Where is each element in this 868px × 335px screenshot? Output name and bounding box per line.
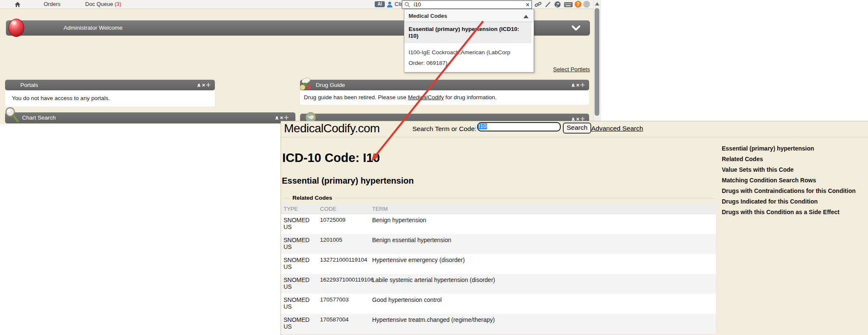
- cell-term: Labile systemic arterial hypertension (d…: [370, 274, 716, 294]
- cell-term: Good hypertension control: [370, 294, 716, 314]
- sidebar-nav-item[interactable]: Matching Condition Search Rows: [716, 175, 868, 186]
- dropdown-result-item[interactable]: Essential (primary) hypertension (ICD10:…: [404, 22, 531, 43]
- cell-term: Benign hypertension: [370, 214, 716, 234]
- sidebar-nav-item[interactable]: Essential (primary) hypertension: [716, 143, 868, 154]
- portlet-header-drug-guide[interactable]: Drug Guide ∧×✛: [300, 80, 589, 90]
- section-nav-sidebar: Essential (primary) hypertension Related…: [716, 143, 868, 218]
- scrollbar-up-arrow-icon[interactable]: [595, 2, 599, 6]
- cell-code: 1201005: [317, 234, 370, 254]
- magic-wand-icon[interactable]: [544, 1, 551, 8]
- col-code: CODE: [317, 204, 370, 214]
- table-row: SNOMED US 16229371000119106 Labile syste…: [281, 274, 716, 294]
- doc-queue-count: (3): [114, 1, 121, 7]
- dropdown-item-list: Essential (primary) hypertension (ICD10:…: [404, 22, 534, 72]
- table-row: SNOMED US 170587004 Hypertensive treatm.…: [281, 314, 716, 334]
- dropdown-result-item[interactable]: I100-IgE Cockroach,American (LabCorp Ord…: [404, 43, 531, 72]
- chart-search-magnifier-icon: [3, 106, 21, 124]
- pills-icon: [299, 77, 314, 91]
- portals-message: You do not have access to any portals.: [12, 95, 110, 101]
- portlet-body-drug-guide: Drug guide has been retired. Please use …: [300, 90, 589, 105]
- sidebar-nav-item[interactable]: Value Sets with this Code: [716, 165, 868, 175]
- dropdown-category-header: Medical Codes: [404, 9, 534, 22]
- cell-type: SNOMED US: [281, 294, 317, 314]
- table-row: SNOMED US 1201005 Benign essential hyper…: [281, 234, 716, 254]
- cell-type: SNOMED US: [281, 254, 317, 274]
- portlet-controls: ∧×✛: [571, 80, 586, 90]
- cell-term: Hypertensive emergency (disorder): [370, 254, 716, 274]
- move-icon[interactable]: ✛: [284, 114, 289, 121]
- help-icon[interactable]: ?: [575, 1, 581, 8]
- home-icon[interactable]: [14, 1, 21, 8]
- medicalcodify-header: MedicalCodify.com Search Term or Code: I…: [281, 121, 868, 137]
- medicalcodify-link[interactable]: MedicalCodify: [408, 94, 444, 100]
- search-term-label: Search Term or Code:: [412, 125, 476, 133]
- advanced-search-link[interactable]: Advanced Search: [591, 125, 643, 132]
- chevron-down-icon[interactable]: [571, 25, 581, 31]
- collapse-icon[interactable]: ∧: [275, 114, 280, 121]
- cell-code: 170577003: [317, 294, 370, 314]
- site-title: MedicalCodify.com: [284, 122, 380, 135]
- collapse-icon[interactable]: ∧: [197, 82, 202, 88]
- user-icon[interactable]: [386, 1, 393, 8]
- condition-subheading: Essential (primary) hypertension: [282, 176, 414, 186]
- search-results-dropdown: Medical Codes Essential (primary) hypert…: [404, 9, 534, 73]
- related-codes-section-title: Related Codes: [290, 195, 334, 201]
- top-toolbar: Orders Doc Queue (3) AI Clin i10 ×: [0, 0, 593, 9]
- sphere-highlight: [11, 21, 17, 25]
- fieldset-divider: [282, 198, 715, 198]
- collapse-icon[interactable]: ∧: [571, 82, 576, 88]
- user-name-label[interactable]: Clin: [395, 0, 402, 8]
- move-icon[interactable]: ✛: [206, 82, 211, 88]
- collapse-triangle-icon[interactable]: [523, 15, 529, 18]
- close-icon[interactable]: ×: [202, 82, 206, 88]
- link-icon[interactable]: [534, 1, 542, 8]
- drug-guide-message: Drug guide has been retired. Please use …: [304, 94, 497, 100]
- table-body: SNOMED US 10725009 Benign hypertension S…: [281, 214, 716, 334]
- table-header-row: TYPE CODE TERM: [281, 204, 716, 214]
- portlet-title: Chart Search: [22, 112, 56, 123]
- table-row: SNOMED US 170577003 Good hypertension co…: [281, 294, 716, 314]
- global-search-box[interactable]: i10 ×: [402, 0, 532, 9]
- scrollbar-thumb[interactable]: [595, 8, 599, 116]
- cell-term: Benign essential hypertension: [370, 234, 716, 254]
- table-row: SNOMED US 10725009 Benign hypertension: [281, 214, 716, 234]
- col-term: TERM: [370, 204, 716, 214]
- close-icon[interactable]: ×: [280, 114, 284, 121]
- search-icon: [404, 2, 410, 8]
- welcome-title: Administrator Welcome: [64, 20, 122, 36]
- cell-type: SNOMED US: [281, 274, 317, 294]
- cell-type: SNOMED US: [281, 234, 317, 254]
- globe-icon[interactable]: [554, 1, 561, 8]
- select-portlets-anchor[interactable]: Select Portlets: [553, 66, 590, 73]
- menu-doc-queue[interactable]: Doc Queue (3): [85, 0, 121, 8]
- search-button[interactable]: Search: [563, 123, 591, 134]
- table-row: SNOMED US 132721000119104 Hypertensive e…: [281, 254, 716, 274]
- close-icon[interactable]: ×: [576, 82, 581, 88]
- sidebar-nav-item[interactable]: Drugs with this Condition as a Side Effe…: [716, 207, 868, 218]
- clear-search-icon[interactable]: ×: [526, 1, 529, 8]
- related-codes-table: TYPE CODE TERM SNOMED US 10725009 Benign…: [281, 204, 716, 334]
- medicalcodify-window: MedicalCodify.com Search Term or Code: I…: [281, 121, 868, 335]
- cell-type: SNOMED US: [281, 214, 317, 234]
- sidebar-nav-item[interactable]: Drugs Indicated for this Condition: [716, 196, 868, 207]
- col-type: TYPE: [281, 204, 317, 214]
- ai-badge[interactable]: AI: [375, 1, 385, 7]
- cell-code: 132721000119104: [317, 254, 370, 274]
- portlet-body-portals: You do not have access to any portals.: [5, 90, 215, 106]
- portlet-controls: ∧×✛: [197, 80, 211, 90]
- sidebar-nav-item[interactable]: Related Codes: [716, 154, 868, 165]
- menu-orders[interactable]: Orders: [44, 0, 61, 8]
- status-circle-icon[interactable]: [583, 1, 590, 8]
- portlet-header-portals[interactable]: Portals ∧×✛: [5, 80, 215, 90]
- portlet-header-chart-search[interactable]: Chart Search ∧×✛: [5, 112, 295, 123]
- cell-type: SNOMED US: [281, 314, 317, 334]
- move-icon[interactable]: ✛: [580, 82, 586, 88]
- search-input-value[interactable]: i10: [414, 1, 421, 8]
- welcome-sphere-icon: [8, 19, 24, 37]
- keyboard-icon[interactable]: [564, 1, 573, 8]
- code-search-input[interactable]: I10: [477, 122, 561, 131]
- sidebar-nav-item[interactable]: Drugs with Contraindications for this Co…: [716, 186, 868, 196]
- cell-code: 170587004: [317, 314, 370, 334]
- portlet-title: Portals: [20, 80, 38, 90]
- icd10-code-heading: ICD-10 Code: I10: [282, 151, 380, 165]
